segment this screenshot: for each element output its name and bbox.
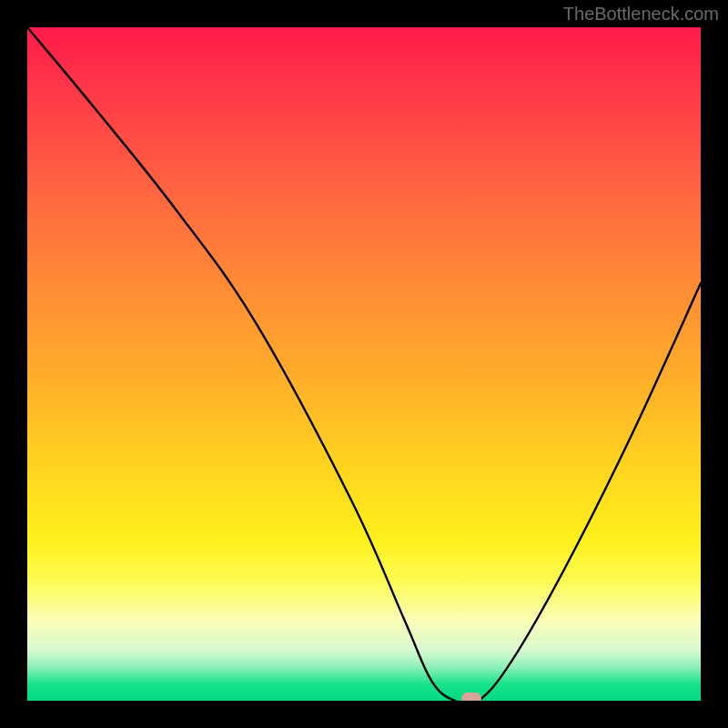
watermark-text: TheBottleneck.com [563,4,719,25]
chart-curve-svg [27,27,701,701]
chart-plot-area [27,27,701,701]
bottleneck-curve-line [27,27,701,701]
optimal-point-marker [461,693,481,701]
